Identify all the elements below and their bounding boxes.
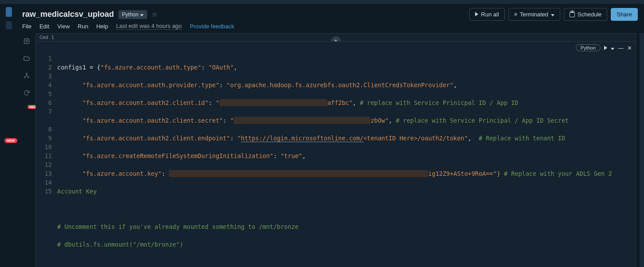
play-icon	[475, 11, 478, 18]
svg-point-5	[28, 77, 29, 78]
chevron-down-icon	[551, 11, 554, 18]
star-icon[interactable]: ☆	[152, 11, 157, 19]
cell-language-pill[interactable]: Python	[576, 44, 601, 51]
left-rail: NEW	[0, 4, 18, 267]
cell-toolbar: Python — ✕	[576, 44, 632, 51]
notebook-header: raw_medicalcsv_upload Python ☆ Run all T…	[18, 4, 644, 21]
toc-icon[interactable]	[23, 38, 30, 46]
share-tree-icon[interactable]	[23, 72, 30, 81]
run-cell-icon[interactable]	[604, 45, 607, 51]
menu-edit[interactable]: Edit	[39, 23, 49, 30]
minimize-icon[interactable]: —	[618, 45, 624, 51]
source-code[interactable]: configs1 = {"fs.azure.account.auth.type"…	[57, 54, 636, 267]
notebook-title[interactable]: raw_medicalcsv_upload	[22, 10, 114, 19]
close-icon[interactable]: ✕	[627, 45, 632, 51]
top-bar	[0, 0, 644, 4]
language-label: Python	[122, 12, 138, 18]
menu-file[interactable]: File	[22, 23, 31, 30]
menu-run[interactable]: Run	[78, 23, 88, 30]
line-gutter: 123456789101112131415	[36, 54, 57, 267]
provide-feedback-link[interactable]: Provide feedback	[190, 23, 234, 30]
terminated-label: Terminated	[520, 11, 548, 18]
refresh-icon[interactable]	[23, 89, 30, 98]
share-button[interactable]: Share	[611, 8, 638, 21]
status-dot-icon	[514, 13, 517, 16]
scrollbar[interactable]	[640, 33, 644, 267]
notebook-side-icons: NEW	[18, 33, 35, 267]
schedule-button[interactable]: Schedule	[564, 8, 607, 21]
calendar-icon	[570, 12, 575, 17]
svg-point-4	[24, 77, 26, 78]
schedule-label: Schedule	[578, 11, 601, 18]
chevron-down-icon	[140, 12, 144, 18]
menu-bar: File Edit View Run Help Last edit was 4 …	[18, 21, 644, 33]
rail-slot[interactable]	[6, 21, 12, 29]
menu-view[interactable]: View	[57, 23, 70, 30]
folder-icon[interactable]	[23, 55, 30, 63]
menu-help[interactable]: Help	[96, 23, 108, 30]
code-editor[interactable]: 123456789101112131415 configs1 = {"fs.az…	[36, 42, 636, 267]
svg-rect-0	[24, 39, 29, 44]
last-edit-link[interactable]: Last edit was 4 hours ago	[116, 23, 182, 30]
rail-active-indicator[interactable]	[6, 7, 12, 17]
run-all-label: Run all	[481, 11, 499, 18]
svg-point-3	[26, 73, 27, 74]
new-badge: NEW	[4, 138, 17, 143]
cell-1[interactable]: Python — ✕ 123456789101112131415 configs…	[35, 41, 636, 267]
cluster-status-button[interactable]: Terminated	[508, 8, 560, 21]
run-all-button[interactable]: Run all	[469, 8, 504, 21]
chevron-down-icon[interactable]	[611, 45, 614, 51]
language-selector[interactable]: Python	[118, 10, 147, 19]
